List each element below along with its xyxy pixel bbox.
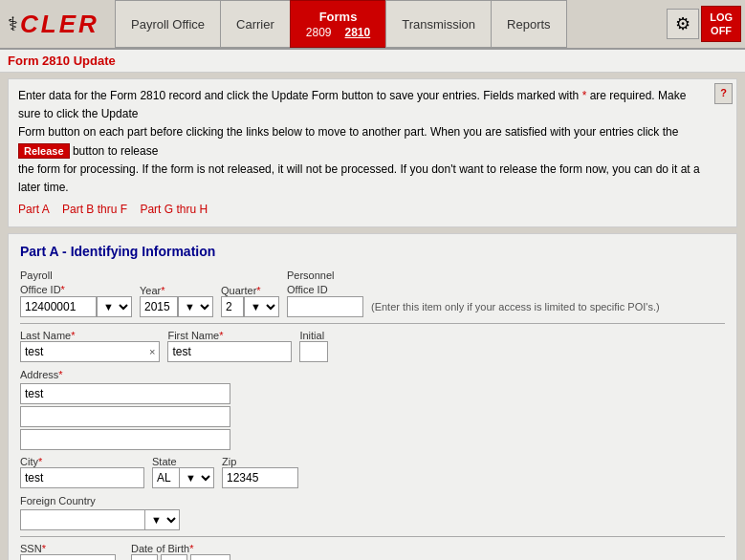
payroll-office-id-select[interactable]: ▼ [97,296,132,317]
last-name-input[interactable] [23,342,147,361]
year-select[interactable]: ▼ [178,296,213,317]
payroll-office-id-input[interactable] [20,296,97,317]
personnel-office-id-label: PersonnelOffice ID [287,269,725,296]
info-box: ? Enter data for the Form 2810 record an… [8,78,737,227]
personnel-office-id-input[interactable] [287,296,363,317]
state-group: State ▼ [152,456,214,488]
foreign-country-label: Foreign Country [20,495,96,506]
help-icon[interactable]: ? [714,83,733,104]
release-button[interactable]: Release [18,143,70,159]
gear-button[interactable]: ⚙ [667,9,699,39]
logoff-button[interactable]: LOGOFF [701,6,741,43]
city-input[interactable] [20,467,144,488]
nav-tab-reports[interactable]: Reports [491,0,567,48]
last-name-label: Last Name* [20,330,160,341]
page-title: Form 2810 Update [0,50,745,73]
state-input[interactable] [152,467,179,488]
initial-label: Initial [299,330,328,341]
nav-tab-transmission[interactable]: Transmission [385,0,491,48]
part-a-link[interactable]: Part A [18,203,50,216]
zip-input[interactable] [222,467,298,488]
logo: ⚕ CLER [0,0,115,48]
zip-label: Zip [222,456,298,467]
quarter-group: Quarter* ▼ [221,285,279,317]
ssn-label: SSN* [20,543,116,554]
dob-month-input[interactable] [131,554,158,560]
dob-day-input[interactable] [161,554,187,560]
personnel-office-id-group: PersonnelOffice ID (Enter this item only… [287,269,725,317]
quarter-label: Quarter* [221,285,279,296]
part-b-thru-f-link[interactable]: Part B thru F [62,203,127,216]
initial-input[interactable] [299,341,328,362]
zip-group: Zip [222,456,298,488]
section-title: Part A - Identifying Information [20,244,725,259]
payroll-office-id-label: PayrollOffice ID* [20,269,132,296]
ssn-group: SSN* [20,543,116,560]
first-name-group: First Name* [167,330,292,362]
foreign-country-input[interactable] [20,509,144,530]
divider-1 [20,323,725,324]
logo-text: CLER [20,10,99,39]
dob-label: Date of Birth* [131,543,230,554]
address3-input[interactable] [20,429,230,450]
state-select[interactable]: ▼ [179,467,214,488]
sub-tab-2810[interactable]: 2810 [345,26,371,39]
nav-right: ⚙ LOGOFF [663,0,745,48]
year-group: Year* ▼ [140,285,213,317]
quarter-input[interactable] [221,296,244,317]
address2-input[interactable] [20,406,230,427]
city-group: City* [20,456,144,488]
nav-tab-forms[interactable]: Forms 2809 2810 [290,0,385,48]
nav-tab-payroll-office[interactable]: Payroll Office [115,0,220,48]
state-label: State [152,456,214,467]
ssn-input[interactable] [20,554,116,560]
main-content: Part A - Identifying Information Payroll… [8,233,737,560]
dob-year-input[interactable] [190,554,230,560]
nav-tab-carrier[interactable]: Carrier [220,0,290,48]
divider-2 [20,536,725,537]
quarter-select[interactable]: ▼ [244,296,279,317]
address1-input[interactable] [20,383,230,404]
last-name-group: Last Name* × [20,330,160,362]
year-label: Year* [140,285,213,296]
initial-group: Initial [299,330,328,362]
address-label: Address* [20,369,63,380]
foreign-country-select[interactable]: ▼ [144,509,180,530]
last-name-clear-button[interactable]: × [147,346,157,357]
info-links: Part A Part B thru F Part G thru H [18,201,708,219]
logo-icon: ⚕ [8,12,18,35]
first-name-input[interactable] [167,341,292,362]
first-name-label: First Name* [167,330,292,341]
nav-tabs-container: Payroll Office Carrier Forms 2809 2810 T… [115,0,663,48]
payroll-office-id-group: PayrollOffice ID* ▼ [20,269,132,317]
city-label: City* [20,456,144,467]
year-input[interactable] [140,296,178,317]
part-g-thru-h-link[interactable]: Part G thru H [140,203,208,216]
dob-group: Date of Birth* [131,543,230,560]
poi-note: (Enter this item only if your access is … [371,301,660,312]
sub-tab-2809[interactable]: 2809 [306,26,332,39]
